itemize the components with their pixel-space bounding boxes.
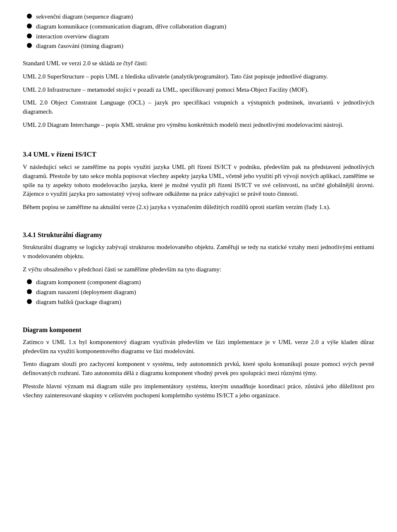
bullet-icon <box>27 33 32 38</box>
para-7: Během popisu se zaměříme na aktuální ver… <box>23 203 374 212</box>
para-8: Strukturální diagramy se logicky zabývaj… <box>23 243 374 261</box>
list-item: diagram komunikace (communication diagra… <box>23 22 374 31</box>
bullet-icon <box>27 43 32 48</box>
bottom-bullet-list: diagram komponent (component diagram) di… <box>23 278 374 306</box>
bullet-icon <box>27 289 32 294</box>
para-6: V následující sekci se zaměříme na popis… <box>23 163 374 199</box>
para-12: Přestože hlavní význam má diagram stále … <box>23 382 374 400</box>
bullet-icon <box>27 279 32 284</box>
list-item-text: diagram balíků (package diagram) <box>36 298 121 307</box>
section-341-heading: 3.4.1 Strukturální diagramy <box>23 230 374 240</box>
section-komponent-heading: Diagram komponent <box>23 325 374 335</box>
list-item-text: diagram komunikace (communication diagra… <box>36 22 226 31</box>
para-1: Standard UML ve verzi 2.0 se skládá ze č… <box>23 59 374 68</box>
para-5: UML 2.0 Diagram Interchange – popis XML … <box>23 121 374 130</box>
para-11: Tento diagram slouží pro zachycení kompo… <box>23 360 374 378</box>
list-item-text: interaction overview diagram <box>36 32 109 41</box>
list-item-text: sekvenční diagram (sequence diagram) <box>36 12 133 21</box>
para-3: UML 2.0 Infrastructure – metamodel stojí… <box>23 86 374 95</box>
list-item-text: diagram časování (timing diagram) <box>36 42 123 51</box>
list-item: sekvenční diagram (sequence diagram) <box>23 12 374 21</box>
section-34-heading: 3.4 UML v řízení IS/ICT <box>23 150 374 160</box>
bullet-icon <box>27 24 32 28</box>
list-item: diagram časování (timing diagram) <box>23 42 374 51</box>
top-bullet-list: sekvenční diagram (sequence diagram) dia… <box>23 12 374 51</box>
bullet-icon <box>27 299 32 304</box>
para-4: UML 2.0 Object Constraint Language (OCL)… <box>23 98 374 116</box>
list-item: diagram balíků (package diagram) <box>23 298 374 307</box>
list-item: diagram nasazení (deployment diagram) <box>23 288 374 297</box>
para-2: UML 2.0 SuperStructure – popis UML z hle… <box>23 72 374 81</box>
list-item-text: diagram nasazení (deployment diagram) <box>36 288 136 297</box>
bullet-icon <box>27 14 32 19</box>
list-item-text: diagram komponent (component diagram) <box>36 278 141 287</box>
para-9: Z výčtu obsaženého v předchozí části se … <box>23 265 374 274</box>
list-item: diagram komponent (component diagram) <box>23 278 374 287</box>
list-item: interaction overview diagram <box>23 32 374 41</box>
para-10: Zatímco v UML 1.x byl komponentový diagr… <box>23 338 374 356</box>
